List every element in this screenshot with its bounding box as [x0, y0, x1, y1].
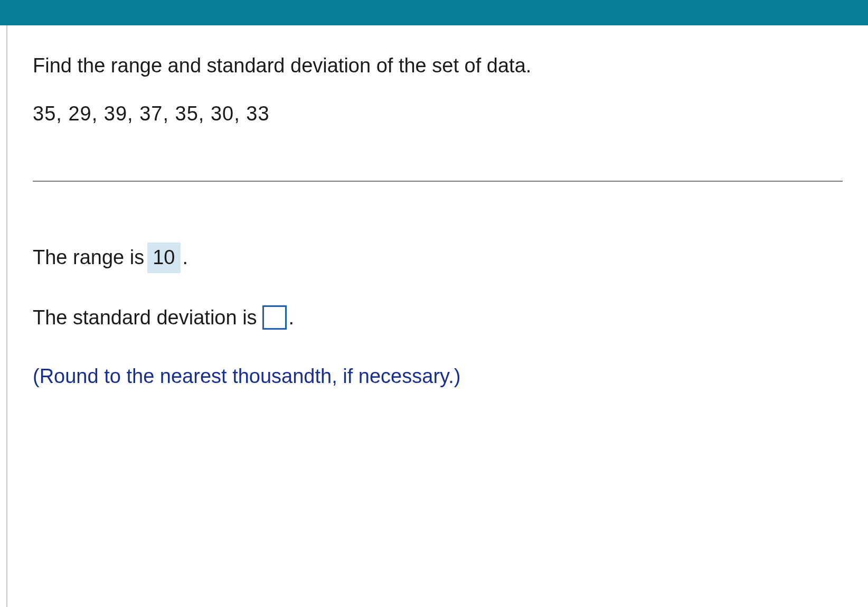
range-label-post: .: [183, 244, 188, 272]
question-data-set: 35, 29, 39, 37, 35, 30, 33: [33, 100, 843, 128]
stddev-label-post: .: [289, 304, 295, 332]
rounding-instruction: (Round to the nearest thousandth, if nec…: [33, 362, 843, 390]
header-bar: [0, 0, 868, 25]
content-area: Find the range and standard deviation of…: [6, 25, 868, 607]
stddev-input[interactable]: [262, 305, 287, 330]
range-answer-value[interactable]: 10: [147, 242, 180, 273]
range-answer-line: The range is 10 .: [33, 242, 843, 273]
section-divider: [33, 181, 843, 182]
question-prompt: Find the range and standard deviation of…: [33, 52, 843, 80]
stddev-label-pre: The standard deviation is: [33, 304, 257, 332]
stddev-answer-line: The standard deviation is .: [33, 304, 843, 332]
range-label-pre: The range is: [33, 244, 144, 272]
